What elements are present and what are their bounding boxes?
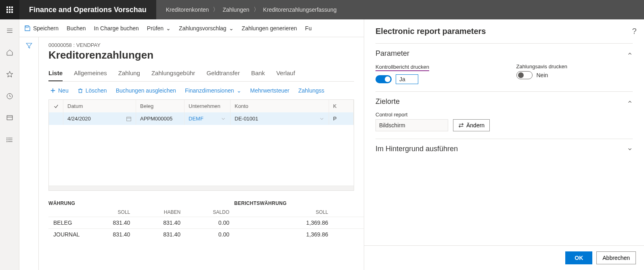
svg-point-21: [6, 141, 7, 142]
new-line-button[interactable]: Neu: [50, 87, 69, 94]
section-parameter-toggle[interactable]: Parameter: [375, 44, 633, 63]
dialog-panel: Electronic report parameters ? Parameter…: [364, 19, 644, 270]
chevron-right-icon: 〉: [254, 6, 259, 13]
delete-line-button[interactable]: Löschen: [78, 87, 107, 94]
field-control-report-dest: Control report Bildschirm Ändern: [375, 112, 497, 131]
svg-point-20: [6, 139, 7, 140]
totals-area: WÄHRUNG SOLLHABENSALDO BELEG831.40831.40…: [48, 199, 354, 240]
svg-rect-0: [6, 6, 8, 8]
chevron-down-icon: ⌄: [166, 25, 171, 32]
chevron-up-icon: [627, 51, 633, 57]
cell-company[interactable]: DEMF: [185, 112, 231, 125]
app-launcher-button[interactable]: [0, 0, 19, 19]
tab-allgemeines[interactable]: Allgemeines: [74, 65, 107, 81]
page-content: 00000058 : VENDPAY Kreditorenzahlungen L…: [39, 37, 364, 270]
label-print-control: Kontrollbericht drucken: [375, 64, 429, 71]
cell-account[interactable]: DE-01001: [231, 112, 329, 125]
section-parameter: Parameter Kontrollbericht drucken Ja: [375, 43, 633, 91]
svg-rect-29: [127, 117, 131, 121]
list-icon: [6, 136, 13, 143]
star-icon: [6, 71, 13, 78]
settle-transactions-button[interactable]: Buchungen ausgleichen: [116, 87, 176, 94]
section-background-toggle[interactable]: Im Hintergrund ausführen: [375, 139, 633, 159]
cancel-button[interactable]: Abbrechen: [596, 251, 636, 264]
save-button[interactable]: Speichern: [24, 25, 59, 32]
payment-status-truncated[interactable]: Zahlungss: [298, 87, 325, 94]
cell-voucher[interactable]: APPM000005: [136, 112, 185, 125]
clock-icon: [6, 93, 13, 100]
waffle-icon: [6, 6, 13, 13]
totals-row-journal-rep: 1,369.861,369.86: [234, 229, 364, 240]
horizontal-scrollbar[interactable]: [49, 186, 354, 190]
chevron-right-icon: 〉: [213, 6, 218, 13]
toggle-print-control-value[interactable]: Ja: [396, 74, 418, 84]
tab-liste[interactable]: Liste: [48, 65, 63, 81]
row-select-checkbox[interactable]: [49, 112, 63, 125]
toggle-print-advice[interactable]: [516, 71, 533, 79]
field-print-control-report: Kontrollbericht drucken Ja: [375, 63, 492, 84]
breadcrumb-item[interactable]: Kreditorenkonten: [166, 6, 209, 13]
svg-rect-2: [11, 6, 13, 8]
grid-toolbar: Neu Löschen Buchungen ausgleichen Finanz…: [48, 82, 354, 99]
recent-button[interactable]: [2, 88, 18, 104]
svg-rect-5: [11, 9, 13, 11]
change-destination-button[interactable]: Ändern: [453, 119, 490, 131]
workspace-icon: [6, 114, 13, 122]
generate-payments-button[interactable]: Zahlungen generieren: [242, 25, 297, 32]
functions-menu-truncated[interactable]: Fu: [305, 25, 312, 32]
ok-button[interactable]: OK: [565, 251, 592, 264]
svg-rect-8: [11, 11, 13, 13]
svg-rect-4: [9, 9, 10, 11]
field-print-advice: Zahlungsavis drucken Nein: [516, 63, 633, 84]
select-all-checkbox[interactable]: [49, 100, 63, 112]
col-header-voucher[interactable]: Beleg: [136, 100, 185, 112]
chevron-down-icon: [319, 116, 325, 122]
toggle-print-control[interactable]: [375, 75, 392, 83]
favorites-button[interactable]: [2, 66, 18, 82]
tab-zahlungsgebuehr[interactable]: Zahlungsgebühr: [151, 65, 195, 81]
tab-zahlung[interactable]: Zahlung: [118, 65, 140, 81]
totals-row-beleg: BELEG831.40831.400.00: [48, 217, 234, 229]
filter-pane-toggle[interactable]: [19, 37, 39, 270]
table-row[interactable]: 4/24/2020 APPM000005 DEMF DE-01001 P: [49, 112, 354, 125]
tab-bank[interactable]: Bank: [251, 65, 265, 81]
svg-rect-14: [7, 116, 13, 120]
help-button[interactable]: ?: [625, 27, 644, 36]
chevron-down-icon: ⌄: [229, 25, 234, 32]
filter-icon: [25, 42, 33, 49]
input-control-report-dest[interactable]: Bildschirm: [375, 119, 448, 131]
section-destinations-toggle[interactable]: Zielorte: [375, 92, 633, 112]
plus-icon: [50, 88, 56, 93]
trash-icon: [78, 88, 83, 93]
cell-truncated[interactable]: P: [329, 112, 354, 125]
toggle-print-advice-value: Nein: [537, 72, 548, 78]
post-in-charge-button[interactable]: In Charge buchen: [94, 25, 139, 32]
modules-button[interactable]: [2, 132, 18, 148]
hamburger-icon: [6, 27, 13, 34]
validate-menu[interactable]: Prüfen ⌄: [147, 25, 171, 32]
grid-header-row: Datum Beleg Unternehmen Konto K: [49, 100, 354, 112]
vat-button[interactable]: Mehrwertsteuer: [250, 87, 289, 94]
breadcrumb-item[interactable]: Zahlungen: [222, 6, 249, 13]
svg-marker-12: [6, 72, 13, 77]
payment-proposal-menu[interactable]: Zahlungsvorschlag ⌄: [179, 25, 234, 32]
cell-date[interactable]: 4/24/2020: [63, 112, 136, 125]
hamburger-button[interactable]: [2, 23, 18, 39]
tab-geldtransfer[interactable]: Geldtransfer: [206, 65, 240, 81]
dialog-title: Electronic report parameters: [364, 19, 625, 43]
col-header-company[interactable]: Unternehmen: [185, 100, 231, 112]
breadcrumb-item[interactable]: Kreditorenzahlungserfassung: [263, 6, 337, 13]
svg-rect-1: [9, 6, 10, 8]
post-button[interactable]: Buchen: [67, 25, 86, 32]
svg-rect-26: [79, 89, 82, 93]
financial-dimensions-menu[interactable]: Finanzdimensionen ⌄: [185, 87, 241, 94]
label-control-report: Control report: [375, 112, 497, 118]
col-header-truncated[interactable]: K: [329, 100, 354, 112]
totals-row-journal: JOURNAL831.40831.400.00: [48, 229, 234, 240]
workspaces-button[interactable]: [2, 110, 18, 126]
col-header-date[interactable]: Datum: [63, 100, 136, 112]
svg-marker-23: [26, 43, 32, 48]
col-header-account[interactable]: Konto: [231, 100, 329, 112]
home-button[interactable]: [2, 44, 18, 61]
tab-verlauf[interactable]: Verlauf: [276, 65, 295, 81]
